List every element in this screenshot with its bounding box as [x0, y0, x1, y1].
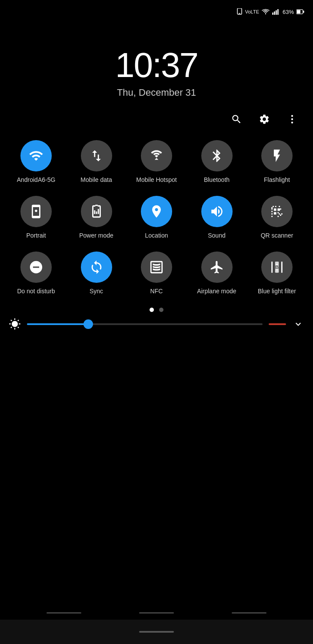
- status-bar: VoLTE 63%: [0, 0, 313, 19]
- tiles-row-2: Portrait Power mode Location: [10, 196, 303, 239]
- settings-icon: [259, 114, 270, 125]
- tile-hotspot-circle: [141, 140, 172, 171]
- nav-bar: [0, 606, 313, 620]
- tile-blue-light-circle: B: [261, 252, 293, 283]
- brightness-slider[interactable]: [27, 323, 263, 325]
- tile-power-mode[interactable]: Power mode: [71, 196, 122, 239]
- svg-rect-4: [276, 10, 277, 15]
- location-icon: [149, 204, 164, 219]
- page-dot-1: [150, 308, 154, 312]
- tile-location-label: Location: [145, 231, 168, 239]
- tile-flashlight-label: Flashlight: [264, 176, 290, 184]
- tile-power-circle: [81, 196, 112, 227]
- tile-bluetooth[interactable]: Bluetooth: [191, 140, 243, 184]
- tile-dnd-label: Do not disturb: [17, 287, 55, 295]
- tile-airplane[interactable]: Airplane mode: [191, 252, 243, 295]
- tile-mobile-data-label: Mobile data: [80, 176, 112, 184]
- more-options-button[interactable]: [284, 111, 300, 127]
- nav-line-right: [232, 612, 266, 614]
- svg-rect-14: [274, 212, 276, 215]
- tile-flashlight[interactable]: Flashlight: [251, 140, 303, 184]
- tile-bluetooth-circle: [201, 140, 233, 171]
- wifi-icon: [29, 148, 43, 163]
- tile-sync[interactable]: Sync: [71, 252, 122, 295]
- tile-airplane-label: Airplane mode: [197, 287, 236, 295]
- mobile-data-icon: [89, 148, 104, 163]
- tile-qr-circle: [261, 196, 293, 227]
- status-icons: VoLTE 63%: [236, 8, 304, 15]
- tile-mobile-data-circle: [81, 140, 112, 171]
- brightness-row: [0, 318, 313, 330]
- svg-rect-7: [303, 11, 304, 13]
- power-icon: [89, 204, 104, 219]
- tile-location-circle: [141, 196, 172, 227]
- search-button[interactable]: [229, 111, 244, 127]
- svg-point-10: [291, 118, 293, 120]
- dnd-icon: [29, 260, 43, 275]
- airplane-icon: [210, 260, 224, 275]
- bottom-bar: [0, 620, 313, 644]
- tile-portrait-circle: [20, 196, 52, 227]
- tile-sync-label: Sync: [90, 287, 103, 295]
- tile-blue-light-label: Blue light filter: [258, 287, 296, 295]
- bottom-handle: [139, 631, 174, 633]
- svg-rect-13: [277, 208, 280, 211]
- settings-button[interactable]: [256, 111, 272, 127]
- tile-nfc[interactable]: NFC: [131, 252, 182, 295]
- brightness-chevron-button[interactable]: [292, 318, 304, 330]
- clock-date: Thu, December 31: [0, 87, 313, 98]
- svg-rect-12: [274, 208, 276, 211]
- tile-sound[interactable]: Sound: [191, 196, 243, 239]
- battery-icon: [296, 9, 304, 15]
- volte-indicator: VoLTE: [245, 9, 259, 14]
- svg-rect-1: [239, 13, 240, 14]
- chevron-down-icon: [293, 319, 303, 329]
- sound-icon: [210, 204, 224, 219]
- tile-qr-label: QR scanner: [261, 231, 293, 239]
- signal-icon: [272, 9, 280, 15]
- nfc-icon: [149, 260, 164, 275]
- qr-icon: [270, 204, 284, 219]
- tile-wifi[interactable]: AndroidA6-5G: [10, 140, 62, 184]
- tiles-row-3: Do not disturb Sync NFC: [10, 252, 303, 295]
- svg-point-11: [291, 121, 293, 123]
- brightness-thumb[interactable]: [83, 319, 93, 329]
- page-indicators: [0, 308, 313, 312]
- more-icon: [286, 114, 298, 125]
- action-row: [0, 98, 313, 131]
- tile-portrait[interactable]: Portrait: [10, 196, 62, 239]
- tile-wifi-circle: [20, 140, 52, 171]
- tile-hotspot[interactable]: Mobile Hotspot: [131, 140, 182, 184]
- hotspot-icon: [149, 148, 164, 163]
- nav-line-left: [47, 612, 81, 614]
- tile-power-mode-label: Power mode: [79, 231, 113, 239]
- flashlight-icon: [270, 148, 284, 163]
- tile-wifi-label: AndroidA6-5G: [17, 176, 56, 184]
- brightness-end-mark: [269, 323, 286, 325]
- tile-mobile-data[interactable]: Mobile data: [71, 140, 122, 184]
- sync-icon: [89, 260, 104, 275]
- tile-sync-circle: [81, 252, 112, 283]
- portrait-icon: [29, 204, 43, 219]
- tile-bluetooth-label: Bluetooth: [204, 176, 230, 184]
- tile-dnd[interactable]: Do not disturb: [10, 252, 62, 295]
- tile-flashlight-circle: [261, 140, 293, 171]
- tile-qr-scanner[interactable]: QR scanner: [251, 196, 303, 239]
- svg-point-9: [291, 115, 293, 117]
- battery-percent: 63%: [283, 9, 294, 15]
- bluetooth-icon: [210, 148, 224, 163]
- blue-light-icon: B: [270, 260, 284, 275]
- tile-blue-light[interactable]: B Blue light filter: [251, 252, 303, 295]
- brightness-icon: [9, 318, 21, 330]
- svg-text:B: B: [275, 265, 279, 270]
- tile-location[interactable]: Location: [131, 196, 182, 239]
- phone-icon: [236, 8, 243, 15]
- svg-rect-2: [272, 13, 273, 15]
- tile-nfc-circle: [141, 252, 172, 283]
- tile-sound-label: Sound: [208, 231, 225, 239]
- nav-line-center: [139, 612, 174, 614]
- tiles-container: AndroidA6-5G Mobile data Mobile Hotspot: [0, 131, 313, 295]
- tile-dnd-circle: [20, 252, 52, 283]
- tile-nfc-label: NFC: [150, 287, 163, 295]
- tile-sound-circle: [201, 196, 233, 227]
